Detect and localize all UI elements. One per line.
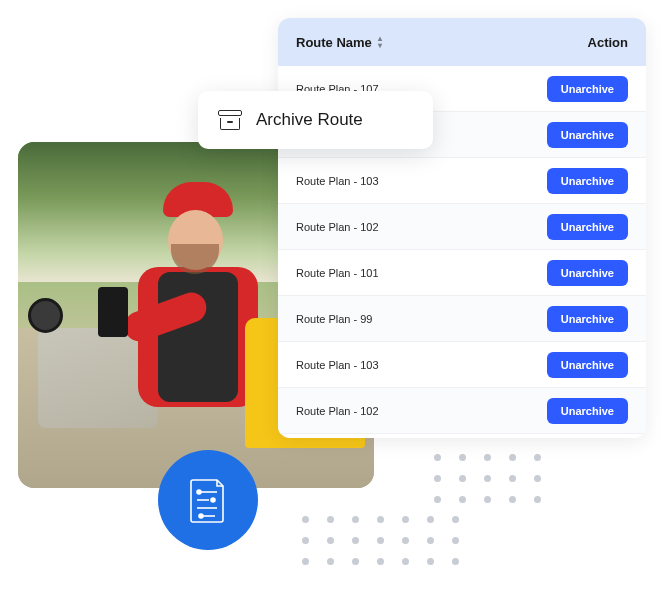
- routes-table: Route Name Action Route Plan - 107Unarch…: [278, 18, 646, 438]
- route-badge: [158, 450, 258, 550]
- unarchive-button[interactable]: Unarchive: [547, 306, 628, 332]
- svg-point-2: [199, 514, 203, 518]
- archive-icon: [218, 110, 242, 130]
- table-row: Route Plan - 99Unarchive: [278, 296, 646, 342]
- svg-point-0: [197, 490, 201, 494]
- action-cell: Unarchive: [528, 260, 628, 286]
- column-header-route-name[interactable]: Route Name: [296, 35, 528, 50]
- decorative-dots: [302, 516, 459, 579]
- archive-route-popup[interactable]: Archive Route: [198, 91, 433, 149]
- sort-icon[interactable]: [378, 36, 382, 49]
- unarchive-button[interactable]: Unarchive: [547, 214, 628, 240]
- table-row: Route Plan - 103Unarchive: [278, 158, 646, 204]
- route-name: Route Plan - 99: [296, 313, 528, 325]
- action-cell: Unarchive: [528, 214, 628, 240]
- action-cell: Unarchive: [528, 306, 628, 332]
- header-label: Route Name: [296, 35, 372, 50]
- table-row: Route Plan - 103Unarchive: [278, 342, 646, 388]
- action-cell: Unarchive: [528, 122, 628, 148]
- unarchive-button[interactable]: Unarchive: [547, 352, 628, 378]
- decorative-dots: [434, 454, 541, 517]
- route-name: Route Plan - 103: [296, 175, 528, 187]
- action-cell: Unarchive: [528, 352, 628, 378]
- route-document-icon: [187, 476, 229, 524]
- route-name: Route Plan - 102: [296, 405, 528, 417]
- route-name: Route Plan - 103: [296, 359, 528, 371]
- table-header: Route Name Action: [278, 18, 646, 66]
- unarchive-button[interactable]: Unarchive: [547, 398, 628, 424]
- action-cell: Unarchive: [528, 76, 628, 102]
- unarchive-button[interactable]: Unarchive: [547, 260, 628, 286]
- route-name: Route Plan - 102: [296, 221, 528, 233]
- route-name: Route Plan - 101: [296, 267, 528, 279]
- table-row: Route Plan - 102Unarchive: [278, 204, 646, 250]
- action-cell: Unarchive: [528, 168, 628, 194]
- unarchive-button[interactable]: Unarchive: [547, 168, 628, 194]
- action-cell: Unarchive: [528, 398, 628, 424]
- table-row: Route Plan - 101Unarchive: [278, 250, 646, 296]
- unarchive-button[interactable]: Unarchive: [547, 76, 628, 102]
- unarchive-button[interactable]: Unarchive: [547, 122, 628, 148]
- header-label: Action: [588, 35, 628, 50]
- popup-label: Archive Route: [256, 110, 363, 130]
- table-row: Route Plan - 102Unarchive: [278, 388, 646, 434]
- svg-point-1: [211, 498, 215, 502]
- column-header-action: Action: [528, 35, 628, 50]
